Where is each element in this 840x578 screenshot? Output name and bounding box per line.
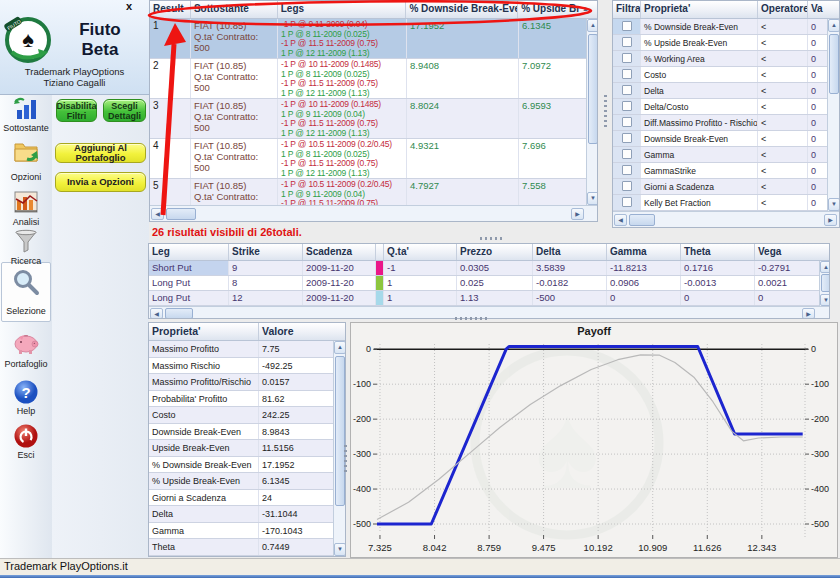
legs-col-vega[interactable]: Vega <box>755 244 819 260</box>
filter-operator[interactable]: < <box>758 19 808 34</box>
filter-col-filtra[interactable]: Filtra <box>613 1 641 18</box>
scroll-up-icon[interactable]: ▲ <box>587 19 598 32</box>
legs-col-delta[interactable]: Delta <box>533 244 607 260</box>
filter-operator[interactable]: < <box>758 179 808 194</box>
property-row[interactable]: Costo242.25 <box>149 407 345 424</box>
scroll-up-icon[interactable]: ▲ <box>334 341 346 354</box>
results-col-legs[interactable]: Legs <box>278 1 407 18</box>
filter-operator[interactable]: < <box>758 35 808 50</box>
filter-row[interactable]: Delta/Costo<0 <box>613 99 839 115</box>
results-hscrollbar[interactable]: ◀ ▶ <box>150 205 598 221</box>
filter-checkbox[interactable] <box>622 101 632 111</box>
property-row[interactable]: % Upside Break-Even6.1345 <box>149 473 345 490</box>
legs-col-leg[interactable]: Leg <box>149 244 229 260</box>
filter-row[interactable]: % Upside Break-Even<0 <box>613 35 839 51</box>
property-row[interactable]: Upside Break-Even11.5156 <box>149 440 345 457</box>
results-vscroll-thumb[interactable] <box>588 34 598 144</box>
filter-operator[interactable]: < <box>758 131 808 146</box>
filter-checkbox[interactable] <box>622 117 632 127</box>
results-col-upside[interactable]: % Upside Break <box>518 1 579 18</box>
filter-checkbox[interactable] <box>622 133 632 143</box>
filter-value[interactable]: 0 <box>808 83 827 98</box>
property-row[interactable]: Gamma-170.1043 <box>149 523 345 540</box>
filter-checkbox[interactable] <box>622 149 632 159</box>
scroll-right-icon[interactable]: ▶ <box>802 308 815 319</box>
filter-col-va[interactable]: Va <box>808 1 827 18</box>
legs-col-gamma[interactable]: Gamma <box>607 244 681 260</box>
sidebar-item-ricerca[interactable]: Ricerca <box>0 229 52 257</box>
props-vscroll-thumb[interactable] <box>335 356 345 506</box>
legs-row[interactable]: Long Put82009-11-2010.025-0.01820.0906-0… <box>149 276 829 291</box>
filter-row[interactable]: GammaStrike<0 <box>613 163 839 179</box>
filter-row[interactable]: Giorni a Scadenza<0 <box>613 179 839 195</box>
filter-operator[interactable]: < <box>758 67 808 82</box>
results-row[interactable]: 2FIAT (10.85)Q.ta' Contratto: 500-1 P @ … <box>150 59 597 99</box>
sidebar-item-portafoglio[interactable]: Portafoglio <box>0 330 52 358</box>
legs-vscroll-thumb[interactable] <box>821 274 830 292</box>
filter-row[interactable]: Delta<0 <box>613 83 839 99</box>
props-chart-splitter[interactable] <box>344 445 347 473</box>
filter-operator[interactable]: < <box>758 83 808 98</box>
property-row[interactable]: Delta-31.1044 <box>149 506 345 523</box>
filter-value[interactable]: 0 <box>808 131 827 146</box>
filter-value[interactable]: 0 <box>808 179 827 194</box>
filter-hscrollbar[interactable]: ◀ ▶ <box>613 211 839 227</box>
results-vscrollbar[interactable]: ▲ ▼ <box>586 19 598 205</box>
props-col-proprieta[interactable]: Proprieta' <box>149 323 259 340</box>
legs-col-strike[interactable]: Strike <box>229 244 303 260</box>
filter-col-proprieta[interactable]: Proprieta' <box>641 1 758 18</box>
results-col-sottostante[interactable]: Sottostante <box>191 1 278 18</box>
scroll-down-icon[interactable]: ▼ <box>828 198 840 211</box>
close-icon[interactable]: x <box>122 0 136 14</box>
sidebar-item-help[interactable]: ?Help <box>0 379 52 407</box>
filter-row[interactable]: Gamma<0 <box>613 147 839 163</box>
filter-row[interactable]: % Working Area<0 <box>613 51 839 67</box>
filter-checkbox[interactable] <box>622 85 632 95</box>
filter-value[interactable]: 0 <box>808 51 827 66</box>
sidebar-item-selezione[interactable]: Selezione <box>0 268 52 298</box>
scroll-up-icon[interactable]: ▲ <box>820 261 830 273</box>
property-row[interactable]: Giorni a Scadenza24 <box>149 490 345 507</box>
filter-checkbox[interactable] <box>622 197 632 207</box>
filter-operator[interactable]: < <box>758 163 808 178</box>
results-row[interactable]: 3FIAT (10.85)Q.ta' Contratto: 500-1 P @ … <box>150 99 597 139</box>
filter-value[interactable]: 0 <box>808 115 827 130</box>
filter-checkbox[interactable] <box>622 21 632 31</box>
property-row[interactable]: Theta0.7449 <box>149 539 345 556</box>
property-row[interactable]: Probabilita' Profitto81.62 <box>149 391 345 408</box>
legs-row[interactable]: Short Put92009-11-20-10.03053.5839-11.82… <box>149 261 829 276</box>
property-row[interactable]: Massimo Profitto/Rischio0.0157 <box>149 374 345 391</box>
sidebar-item-esci[interactable]: Esci <box>0 423 52 451</box>
scroll-right-icon[interactable]: ▶ <box>571 208 584 220</box>
legs-splitter[interactable] <box>480 237 502 240</box>
property-row[interactable]: % Downside Break-Even17.1952 <box>149 457 345 474</box>
results-col-downside[interactable]: % Downside Break-Even <box>406 1 518 18</box>
property-row[interactable]: Massimo Profitto7.75 <box>149 341 345 358</box>
filter-operator[interactable]: < <box>758 99 808 114</box>
filter-value[interactable]: 0 <box>808 67 827 82</box>
chart-splitter[interactable] <box>455 317 489 320</box>
legs-col-prezzo[interactable]: Prezzo <box>457 244 533 260</box>
scegli-dettagli-button[interactable]: Scegli Dettagli <box>103 99 146 122</box>
legs-vscrollbar[interactable]: ▲ ▼ <box>819 261 830 306</box>
scroll-left-icon[interactable]: ◀ <box>614 214 627 226</box>
filter-hscroll-thumb[interactable] <box>629 214 655 226</box>
property-row[interactable]: Downside Break-Even8.9843 <box>149 424 345 441</box>
legs-col-theta[interactable]: Theta <box>681 244 755 260</box>
filter-value[interactable]: 0 <box>808 147 827 162</box>
filter-operator[interactable]: < <box>758 147 808 162</box>
disabilita-filtri-button[interactable]: Disabilita Filtri <box>56 99 97 122</box>
sidebar-item-analisi[interactable]: Analisi <box>0 189 52 217</box>
filter-operator[interactable]: < <box>758 51 808 66</box>
scroll-right-icon[interactable]: ▶ <box>824 214 837 226</box>
props-col-valore[interactable]: Valore <box>259 323 333 340</box>
filter-checkbox[interactable] <box>622 53 632 63</box>
filter-row[interactable]: Costo<0 <box>613 67 839 83</box>
filter-operator[interactable]: < <box>758 115 808 130</box>
sidebar-item-sottostante[interactable]: Sottostante <box>0 96 52 124</box>
scroll-left-icon[interactable]: ◀ <box>150 308 163 319</box>
filter-col-operatore[interactable]: Operatore <box>758 1 808 18</box>
results-row[interactable]: 1FIAT (10.85)Q.ta' Contratto: 500-1 P @ … <box>150 19 597 59</box>
invia-a-opzioni-button[interactable]: Invia a Opzioni <box>55 172 146 192</box>
filter-vscrollbar[interactable]: ▲ ▼ <box>827 19 839 211</box>
